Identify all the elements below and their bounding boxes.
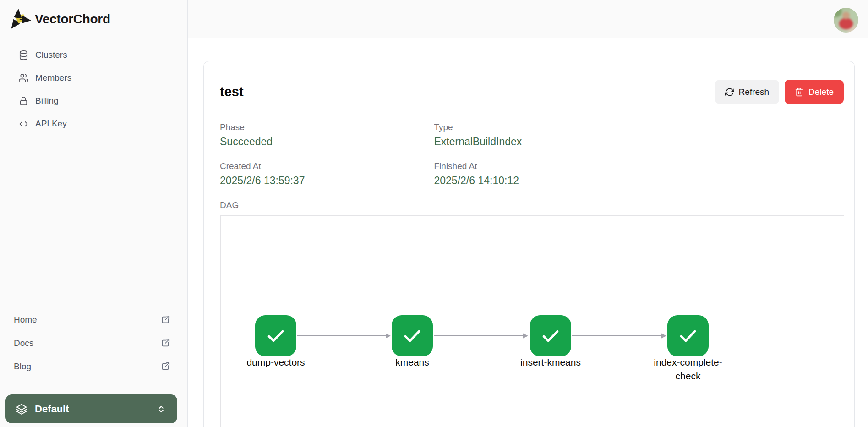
field-value: 2025/2/6 14:10:12 (434, 175, 649, 187)
sidebar-item-members[interactable]: Members (0, 66, 187, 89)
page-title: test (220, 84, 244, 99)
field-value: 2025/2/6 13:59:37 (220, 175, 434, 187)
user-avatar-photo (834, 8, 858, 33)
sidebar-item-label: Clusters (35, 50, 67, 60)
refresh-icon (725, 88, 734, 97)
dag-node-label: dump-vectors (237, 356, 315, 369)
users-icon (18, 73, 29, 83)
dag-flow-canvas[interactable]: dump-vectors kmeans insert-kmeans index-… (220, 215, 844, 427)
field-phase: Phase Succeeded (220, 122, 434, 148)
dag-node-kmeans[interactable] (392, 315, 433, 356)
sidebar-spacer (0, 135, 187, 308)
job-fields-grid: Phase Succeeded Type ExternalBuildIndex … (220, 122, 648, 187)
link-label: Docs (14, 338, 160, 348)
page-content: test Refresh (188, 38, 868, 427)
card-header: test Refresh (204, 61, 854, 104)
dag-node-dump-vectors[interactable] (255, 315, 296, 356)
sidebar: VectorChord Clusters Members (0, 0, 188, 427)
code-icon (18, 119, 29, 129)
sidebar-item-billing[interactable]: Billing (0, 89, 187, 112)
workspace-name: Default (35, 403, 149, 415)
axes-cube-logo-icon (10, 8, 32, 30)
check-icon (677, 325, 699, 347)
field-label: Type (434, 122, 649, 132)
check-icon (265, 325, 287, 347)
sidebar-item-label: API Key (35, 119, 67, 129)
field-type: Type ExternalBuildIndex (434, 122, 649, 148)
sidebar-item-label: Members (35, 73, 71, 83)
trash-icon (795, 88, 804, 97)
link-label: Home (14, 315, 160, 325)
field-label: Created At (220, 161, 434, 171)
sidebar-link-home[interactable]: Home (0, 308, 187, 331)
dag-node-index-complete-check[interactable] (667, 315, 709, 356)
database-icon (18, 50, 29, 60)
sidebar-external-links: Home Docs Blog (0, 308, 187, 394)
sidebar-link-docs[interactable]: Docs (0, 331, 187, 355)
brand-logo[interactable]: VectorChord (0, 0, 187, 38)
brand-name: VectorChord (35, 12, 110, 27)
dag-section-label: DAG (220, 200, 854, 210)
dag-node-insert-kmeans[interactable] (530, 315, 571, 356)
field-label: Phase (220, 122, 434, 132)
card-actions: Refresh Delete (715, 80, 844, 104)
delete-button[interactable]: Delete (785, 80, 844, 104)
external-link-icon (160, 361, 170, 372)
lock-icon (18, 96, 29, 106)
sidebar-nav: Clusters Members Billing API Key (0, 38, 187, 135)
job-detail-card: test Refresh (203, 61, 855, 427)
external-link-icon (160, 315, 170, 325)
sidebar-link-blog[interactable]: Blog (0, 355, 187, 378)
field-value: Succeeded (220, 136, 434, 148)
field-label: Finished At (434, 161, 649, 171)
workspace-selector[interactable]: Default (5, 394, 177, 423)
check-icon (540, 325, 562, 347)
dag-node-label: index-complete-check (649, 356, 727, 383)
dag-node-label: insert-kmeans (512, 356, 590, 369)
top-bar (188, 0, 868, 38)
sidebar-item-label: Billing (35, 96, 59, 106)
main-area: test Refresh (188, 0, 868, 427)
chevron-up-down-icon (156, 404, 166, 414)
layers-icon (16, 403, 27, 415)
field-value: ExternalBuildIndex (434, 136, 649, 148)
refresh-button[interactable]: Refresh (715, 80, 780, 104)
field-created-at: Created At 2025/2/6 13:59:37 (220, 161, 434, 187)
refresh-button-label: Refresh (739, 87, 770, 97)
field-finished-at: Finished At 2025/2/6 14:10:12 (434, 161, 649, 187)
external-link-icon (160, 338, 170, 348)
user-avatar[interactable] (834, 8, 858, 33)
link-label: Blog (14, 361, 160, 372)
dag-node-label: kmeans (373, 356, 451, 369)
sidebar-item-clusters[interactable]: Clusters (0, 44, 187, 66)
check-icon (401, 325, 423, 347)
delete-button-label: Delete (808, 87, 834, 97)
sidebar-item-api-key[interactable]: API Key (0, 112, 187, 135)
